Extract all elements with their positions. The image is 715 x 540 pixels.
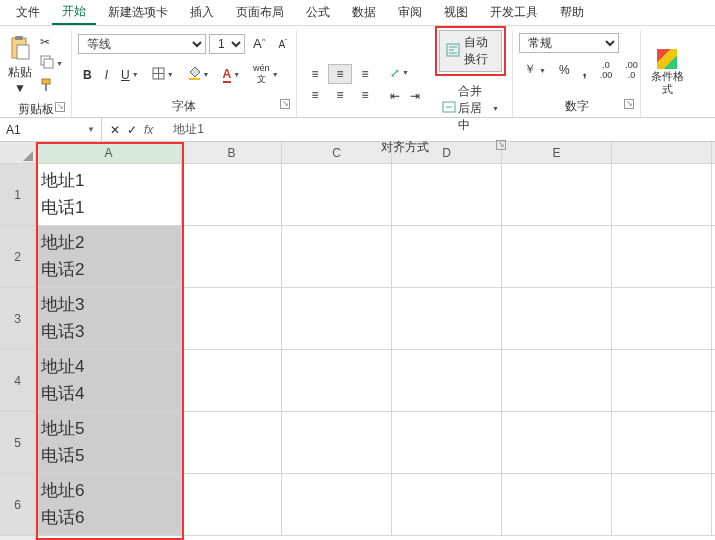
conditional-format-button[interactable]: 条件格式 — [647, 44, 687, 100]
decrease-decimal-button[interactable]: .00.0 — [620, 57, 643, 83]
row-header[interactable]: 5 — [0, 412, 35, 474]
align-middle-button[interactable]: ≡ — [328, 64, 352, 84]
fx-icon[interactable]: fx — [144, 123, 153, 137]
align-dialog-launcher[interactable]: ↘ — [496, 140, 506, 150]
cell[interactable] — [502, 350, 612, 411]
font-size-select[interactable]: 12 — [209, 34, 245, 54]
cell[interactable] — [502, 474, 612, 535]
clipboard-dialog-launcher[interactable]: ↘ — [55, 102, 65, 112]
format-painter-button[interactable] — [38, 76, 65, 97]
confirm-icon[interactable]: ✓ — [127, 123, 137, 137]
cell[interactable] — [282, 474, 392, 535]
formula-input[interactable]: 地址1 — [161, 121, 204, 138]
comma-button[interactable]: , — [578, 57, 592, 83]
cell[interactable] — [182, 288, 282, 349]
wrap-text-button[interactable]: 自动换行 — [439, 30, 502, 72]
cell[interactable] — [502, 412, 612, 473]
align-right-button[interactable]: ≡ — [353, 85, 377, 105]
cell[interactable] — [392, 288, 502, 349]
menu-review[interactable]: 审阅 — [388, 1, 432, 24]
cell[interactable] — [282, 288, 392, 349]
copy-button[interactable]: ▼ — [38, 53, 65, 74]
increase-indent-button[interactable]: ⇥ — [405, 86, 425, 106]
cell[interactable] — [282, 412, 392, 473]
cell[interactable] — [392, 226, 502, 287]
menu-view[interactable]: 视图 — [434, 1, 478, 24]
cell[interactable] — [612, 288, 712, 349]
menu-home[interactable]: 开始 — [52, 0, 96, 25]
increase-decimal-button[interactable]: .0.00 — [595, 57, 618, 83]
cell[interactable] — [182, 226, 282, 287]
number-format-select[interactable]: 常规 — [519, 33, 619, 53]
cell[interactable] — [612, 226, 712, 287]
cell[interactable] — [182, 164, 282, 225]
cell[interactable]: 地址4 电话4 — [36, 350, 182, 411]
border-button[interactable]: ▼ — [147, 64, 179, 86]
percent-button[interactable]: % — [554, 57, 575, 83]
menu-formula[interactable]: 公式 — [296, 1, 340, 24]
select-all-corner[interactable] — [0, 142, 35, 164]
menu-help[interactable]: 帮助 — [550, 1, 594, 24]
font-dialog-launcher[interactable]: ↘ — [280, 99, 290, 109]
cell[interactable]: 地址6 电话6 — [36, 474, 182, 535]
font-color-button[interactable]: A▼ — [218, 64, 246, 86]
row-header[interactable]: 3 — [0, 288, 35, 350]
cell[interactable] — [182, 474, 282, 535]
cell[interactable] — [182, 412, 282, 473]
menu-insert[interactable]: 插入 — [180, 1, 224, 24]
font-name-select[interactable]: 等线 — [78, 34, 206, 54]
bold-button[interactable]: B — [78, 65, 97, 85]
align-left-button[interactable]: ≡ — [303, 85, 327, 105]
cell[interactable] — [502, 164, 612, 225]
name-box[interactable]: A1 ▼ — [0, 118, 102, 142]
cell[interactable]: 地址5 电话5 — [36, 412, 182, 473]
row-header[interactable]: 2 — [0, 226, 35, 288]
cell[interactable] — [282, 226, 392, 287]
row-header[interactable]: 4 — [0, 350, 35, 412]
italic-button[interactable]: I — [100, 65, 113, 85]
cell[interactable] — [282, 164, 392, 225]
cell[interactable] — [282, 350, 392, 411]
number-dialog-launcher[interactable]: ↘ — [624, 99, 634, 109]
phonetic-button[interactable]: wén文▼ — [248, 60, 283, 89]
align-top-button[interactable]: ≡ — [303, 64, 327, 84]
row-header[interactable]: 6 — [0, 474, 35, 536]
increase-font-button[interactable]: A^ — [248, 33, 270, 54]
cell[interactable] — [182, 350, 282, 411]
merge-center-button[interactable]: 合并后居中▼ — [435, 79, 506, 138]
cell[interactable] — [392, 164, 502, 225]
cell[interactable] — [502, 288, 612, 349]
menu-dev[interactable]: 开发工具 — [480, 1, 548, 24]
menu-newtab[interactable]: 新建选项卡 — [98, 1, 178, 24]
cut-button[interactable]: ✂ — [38, 33, 65, 51]
col-header[interactable]: A — [36, 142, 182, 163]
cell[interactable] — [392, 474, 502, 535]
align-bottom-button[interactable]: ≡ — [353, 64, 377, 84]
cell[interactable] — [612, 164, 712, 225]
cell[interactable] — [392, 350, 502, 411]
decrease-indent-button[interactable]: ⇤ — [385, 86, 405, 106]
cell[interactable]: 地址3 电话3 — [36, 288, 182, 349]
col-header[interactable] — [612, 142, 712, 163]
cell[interactable]: 地址2 电话2 — [36, 226, 182, 287]
menu-data[interactable]: 数据 — [342, 1, 386, 24]
col-header[interactable]: B — [182, 142, 282, 163]
menu-file[interactable]: 文件 — [6, 1, 50, 24]
cell[interactable] — [392, 412, 502, 473]
cell[interactable]: 地址1 电话1 — [36, 164, 182, 225]
cell[interactable] — [502, 226, 612, 287]
row-header[interactable]: 1 — [0, 164, 35, 226]
menu-layout[interactable]: 页面布局 — [226, 1, 294, 24]
decrease-font-button[interactable]: Aˇ — [273, 35, 292, 53]
fill-color-button[interactable]: ▼ — [182, 63, 215, 86]
cell[interactable] — [612, 350, 712, 411]
col-header[interactable]: E — [502, 142, 612, 163]
cell[interactable] — [612, 412, 712, 473]
cell[interactable] — [612, 474, 712, 535]
align-center-button[interactable]: ≡ — [328, 85, 352, 105]
paste-button[interactable]: 粘贴 ▼ — [6, 30, 34, 100]
currency-button[interactable]: ￥▼ — [519, 57, 551, 83]
orientation-button[interactable]: ⤢▼ — [385, 63, 425, 83]
underline-button[interactable]: U▼ — [116, 65, 144, 85]
cancel-icon[interactable]: ✕ — [110, 123, 120, 137]
